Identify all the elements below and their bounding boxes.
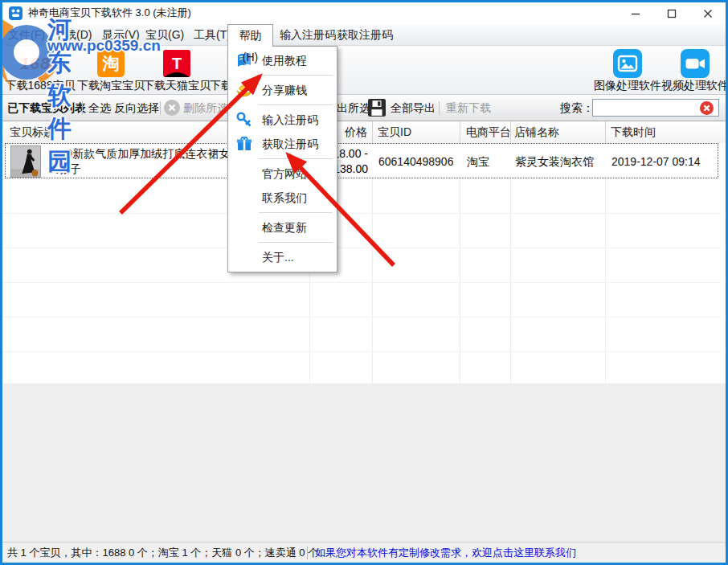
background-panel [2, 383, 726, 542]
col-platform[interactable]: 电商平台 [466, 121, 511, 143]
close-button[interactable] [689, 2, 726, 24]
button-label: 下载1688宝贝 [4, 80, 76, 92]
close-icon [702, 8, 714, 19]
video-tool-button[interactable]: 视频处理软件 [661, 47, 728, 93]
divider [439, 101, 440, 115]
menu-item-good[interactable]: 宝贝(G) [142, 24, 187, 46]
download-tmall-button[interactable]: T 下载天猫宝贝 [141, 47, 213, 93]
cell-shop: 紫灵女装淘衣馆 [515, 144, 594, 179]
product-thumbnail [10, 145, 41, 178]
key-icon [235, 111, 253, 129]
col-shop[interactable]: 店铺名称 [514, 121, 559, 143]
row-divider [2, 213, 721, 214]
logo-1688-icon: 1688 [20, 54, 61, 73]
logo-taobao-icon: 淘 [97, 50, 125, 77]
menu-enter-regcode[interactable]: 输入注册码 [276, 24, 339, 46]
menu-item-official-site[interactable]: 官方网站 [228, 162, 337, 186]
row-divider [2, 282, 721, 283]
button-label: 下载天猫宝贝 [141, 80, 213, 92]
product-table: 宝贝标题 价格 宝贝ID 电商平台 店铺名称 下载时间 2019新款气质加厚加绒… [2, 121, 726, 383]
cell-platform: 淘宝 [467, 144, 489, 179]
maximize-icon [666, 8, 677, 19]
download-1688-button[interactable]: 1688 下载1688宝贝 [4, 47, 76, 93]
table-header: 宝贝标题 价格 宝贝ID 电商平台 店铺名称 下载时间 [2, 121, 726, 143]
gold-ingot-icon [235, 81, 253, 99]
minimize-button[interactable] [617, 2, 653, 24]
button-label: 图像处理软件 [594, 80, 661, 92]
menu-separator [259, 242, 333, 243]
download-taobao-button[interactable]: 淘 下载淘宝宝贝 [75, 47, 147, 93]
delete-selected-button[interactable]: 删除所选 [183, 95, 228, 121]
list-title: 已下载宝贝列表 [7, 95, 86, 121]
menu-item-get-regcode[interactable]: 获取注册码 [228, 132, 337, 156]
help-dropdown-menu: 使用教程 分享赚钱 输入注册码 获取注册码 [227, 46, 337, 272]
gift-icon [235, 135, 253, 153]
menu-item-enter-regcode[interactable]: 输入注册码 [228, 108, 337, 132]
invert-select-button[interactable]: 反向选择 [114, 95, 159, 121]
cell-time: 2019-12-07 09:14 [611, 144, 701, 179]
window-title: 神奇电商宝贝下载软件 3.0 (未注册) [28, 2, 191, 24]
app-window: 神奇电商宝贝下载软件 3.0 (未注册) 文件(F) 下载(D) 显示(V) 宝… [0, 0, 728, 565]
image-tool-button[interactable]: 图像处理软件 [594, 47, 661, 93]
main-toolbar: 1688 下载1688宝贝 淘 下载淘宝宝贝 T 下载天猫宝贝 下载 [2, 46, 726, 95]
menu-separator [259, 75, 333, 76]
select-all-button[interactable]: 全选 [88, 95, 111, 121]
video-camera-icon [681, 49, 710, 78]
button-label: 视频处理软件 [661, 80, 728, 92]
cell-id: 606140498906 [378, 144, 453, 179]
menu-separator [259, 104, 333, 105]
export-all-button[interactable]: 全部导出 [391, 95, 436, 121]
logo-tmall-icon: T [163, 50, 190, 77]
image-icon [613, 49, 642, 78]
list-toolbar: 已下载宝贝列表 全选 反向选择 删除所选 导出所选 全部导出 重新下载 搜索： [2, 95, 726, 121]
col-id[interactable]: 宝贝ID [378, 121, 411, 143]
divider [82, 101, 83, 115]
menu-get-regcode[interactable]: 获取注册码 [333, 24, 396, 46]
delete-icon [164, 100, 180, 116]
minimize-icon [630, 8, 641, 19]
menu-item-about[interactable]: 关于... [228, 245, 337, 269]
contact-link[interactable]: 如果您对本软件有定制修改需求，欢迎点击这里联系我们 [315, 542, 576, 563]
col-title[interactable]: 宝贝标题 [10, 121, 55, 143]
row-divider [2, 351, 721, 352]
col-time[interactable]: 下载时间 [611, 121, 656, 143]
maximize-button[interactable] [653, 2, 689, 24]
button-label: 下载淘宝宝贝 [75, 80, 147, 92]
row-divider [2, 248, 721, 248]
table-row[interactable]: 2019新款气质加厚加绒打底连衣裙女秋冬季长裙子 18.00 - 138.00 … [5, 143, 718, 178]
status-summary: 共 1 个宝贝，其中：1688 0 个；淘宝 1 个；天猫 0 个；速卖通 0 … [7, 542, 318, 563]
search-clear-icon[interactable] [700, 101, 714, 115]
menu-help[interactable]: 帮助(H) [227, 24, 273, 47]
menu-download[interactable]: 下载(D) [51, 24, 95, 46]
app-icon [9, 6, 22, 20]
redownload-button[interactable]: 重新下载 [446, 95, 491, 121]
titlebar: 神奇电商宝贝下载软件 3.0 (未注册) [2, 2, 726, 24]
menu-separator [259, 158, 333, 159]
row-divider [2, 317, 721, 317]
status-bar: 共 1 个宝贝，其中：1688 0 个；淘宝 1 个；天猫 0 个；速卖通 0 … [2, 542, 726, 563]
divider [160, 101, 161, 115]
menu-separator [259, 212, 333, 213]
menu-view[interactable]: 显示(V) [99, 24, 143, 46]
save-all-icon [368, 99, 386, 117]
divider [307, 547, 308, 559]
menubar: 文件(F) 下载(D) 显示(V) 宝贝(G) 工具(T) 帮助(H) 输入注册… [2, 24, 726, 46]
menu-file[interactable]: 文件(F) [5, 24, 48, 46]
menu-item-check-update[interactable]: 检查更新 [228, 215, 337, 240]
search-label: 搜索： [560, 95, 594, 121]
menu-item-contact-us[interactable]: 联系我们 [228, 186, 337, 210]
menu-item-share-earn[interactable]: 分享赚钱 [228, 78, 337, 102]
